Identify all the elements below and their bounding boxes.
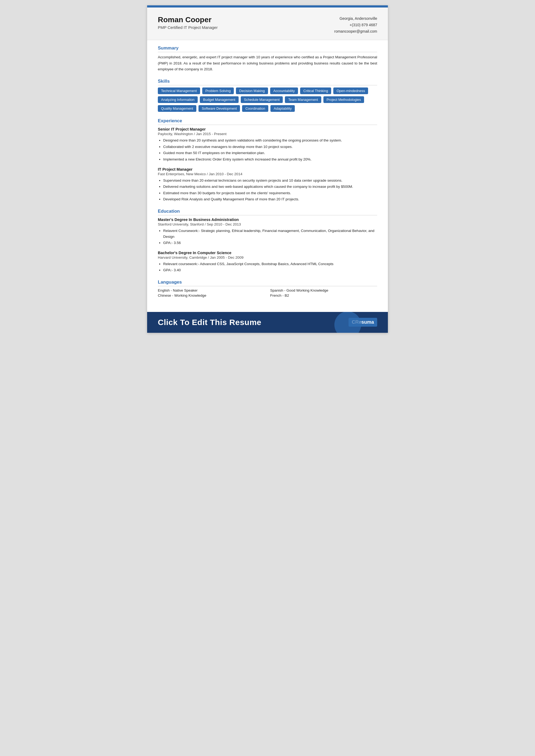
resume-header: Roman Cooper PMP Certified IT Project Ma… xyxy=(147,8,388,40)
skill-tag: Technical Management xyxy=(158,88,200,94)
job-bullet: Developed Risk Analysis and Quality Mana… xyxy=(163,196,377,202)
degree-bullets: Relavent Coursework:- Strategic planning… xyxy=(158,228,377,246)
job-bullet: Implemented a new Electronic Order Entry… xyxy=(163,156,377,162)
candidate-name: Roman Cooper xyxy=(158,15,218,24)
candidate-email: romancooper@gmail.com xyxy=(334,28,378,35)
job-bullet: Estimated more than 30 budgets for proje… xyxy=(163,190,377,196)
skill-tag: Decision Making xyxy=(236,88,268,94)
skill-tag: Budget Management xyxy=(200,96,239,103)
education-section: Education Master's Degree In Business Ad… xyxy=(158,209,377,273)
header-contact-section: Georgia, Andersonville +(310) 879 4687 r… xyxy=(334,15,378,35)
degree-school: Harvard University, Cambridge / Jan 2005… xyxy=(158,256,377,260)
language-item: Spanish - Good Working Knowledge xyxy=(270,288,377,293)
job-bullet: Supervised more than 20 external technic… xyxy=(163,178,377,183)
resume-content: Summary Accomplished, energetic, and exp… xyxy=(147,40,388,312)
degree-school: Stanford University, Stanford / Sep 2010… xyxy=(158,222,377,226)
skill-tag: Software Development xyxy=(199,105,240,112)
candidate-phone: +(310) 879 4687 xyxy=(334,22,378,28)
experience-item: IT Project ManagerFast Enterprises, New … xyxy=(158,167,377,202)
languages-grid: English - Native SpeakerSpanish - Good W… xyxy=(158,288,377,297)
degree-bullet: GPA:- 3.40 xyxy=(163,267,377,273)
candidate-location: Georgia, Andersonville xyxy=(334,15,378,22)
skills-title: Skills xyxy=(158,79,377,85)
skill-tag: Coordination xyxy=(242,105,268,112)
education-item: Bachelor's Degree In Computer ScienceHar… xyxy=(158,251,377,273)
resume-document: Roman Cooper PMP Certified IT Project Ma… xyxy=(147,5,388,333)
job-bullet: Designed more than 20 synthesis and syst… xyxy=(163,137,377,143)
job-title: IT Project Manager xyxy=(158,167,377,172)
summary-text: Accomplished, energetic, and expert IT p… xyxy=(158,54,377,72)
degree-title: Bachelor's Degree In Computer Science xyxy=(158,251,377,255)
skill-tag: Analyzing Information xyxy=(158,96,198,103)
education-title: Education xyxy=(158,209,377,215)
degree-bullets: Relevant coursework:- Advanced CSS, Java… xyxy=(158,261,377,273)
experience-section: Experience Senior IT Project ManagerPayl… xyxy=(158,118,377,202)
degree-bullet: GPA:- 3.56 xyxy=(163,240,377,246)
skill-tag: Project Methodologies xyxy=(324,96,364,103)
language-item: English - Native Speaker xyxy=(158,288,265,293)
cta-bar[interactable]: Click To Edit This Resume CResuma xyxy=(147,312,388,333)
job-bullet: Guided more than 50 IT employees on the … xyxy=(163,150,377,156)
job-company: Fast Enterprises, New Mexico / Jan 2010 … xyxy=(158,172,377,176)
job-bullet: Collaborated with 2 executive managers t… xyxy=(163,144,377,150)
skills-container: Technical ManagementProblem SolvingDecis… xyxy=(158,88,377,112)
language-item: Chinese - Working Knowledge xyxy=(158,294,265,297)
language-item: French - B2 xyxy=(270,294,377,297)
experience-title: Experience xyxy=(158,118,377,125)
skills-section: Skills Technical ManagementProblem Solvi… xyxy=(158,79,377,112)
skill-tag: Team Management xyxy=(285,96,321,103)
job-company: Paylocity, Washington / Jan 2015 - Prese… xyxy=(158,132,377,136)
summary-title: Summary xyxy=(158,45,377,52)
skill-tag: Accountability xyxy=(270,88,298,94)
skill-tag: Problem Solving xyxy=(202,88,234,94)
degree-bullet: Relevant coursework:- Advanced CSS, Java… xyxy=(163,261,377,267)
experience-item: Senior IT Project ManagerPaylocity, Wash… xyxy=(158,127,377,162)
languages-section: Languages English - Native SpeakerSpanis… xyxy=(158,280,377,297)
skill-tag: Schedule Management xyxy=(241,96,283,103)
cta-text[interactable]: Click To Edit This Resume xyxy=(158,318,261,327)
skill-tag: Open-mindedness xyxy=(333,88,368,94)
candidate-title: PMP Certified IT Project Manager xyxy=(158,25,218,30)
header-name-section: Roman Cooper PMP Certified IT Project Ma… xyxy=(158,15,218,30)
skill-tag: Critical Thinking xyxy=(300,88,331,94)
education-item: Master's Degree In Business Administrati… xyxy=(158,217,377,246)
job-bullet: Delivered marketing solutions and two we… xyxy=(163,184,377,190)
degree-title: Master's Degree In Business Administrati… xyxy=(158,217,377,222)
job-title: Senior IT Project Manager xyxy=(158,127,377,131)
summary-section: Summary Accomplished, energetic, and exp… xyxy=(158,45,377,72)
degree-bullet: Relavent Coursework:- Strategic planning… xyxy=(163,228,377,239)
skill-tag: Quality Management xyxy=(158,105,196,112)
circle-decoration xyxy=(334,312,361,333)
job-bullets: Supervised more than 20 external technic… xyxy=(158,178,377,202)
top-accent-bar xyxy=(147,5,388,8)
skill-tag: Adaptability xyxy=(270,105,295,112)
languages-title: Languages xyxy=(158,280,377,286)
job-bullets: Designed more than 20 synthesis and syst… xyxy=(158,137,377,162)
